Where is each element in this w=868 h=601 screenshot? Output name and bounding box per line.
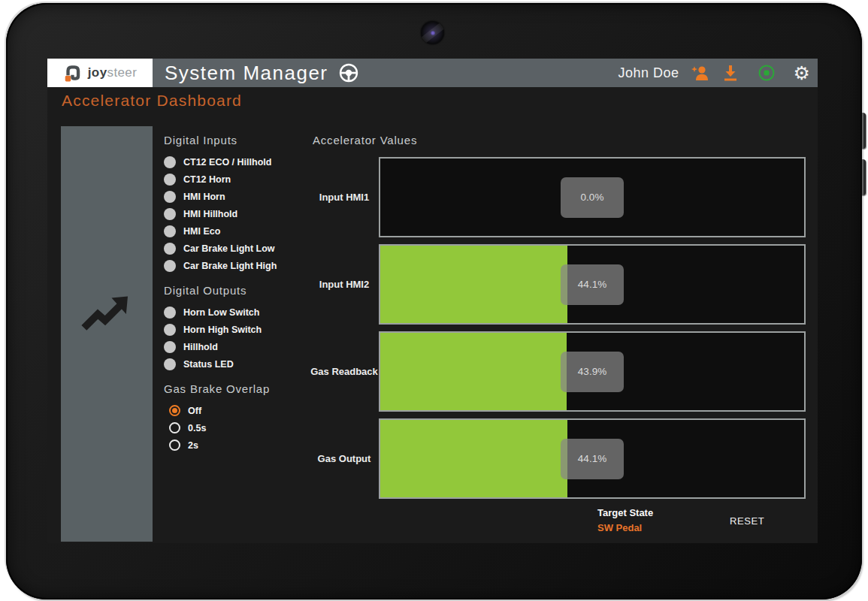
trending-up-icon: [80, 292, 133, 334]
app-screen: joysteer System Manager John Doe: [47, 59, 818, 543]
led-label: Car Brake Light High: [183, 261, 277, 271]
led-indicator: [164, 243, 176, 255]
digital-outputs-list: Horn Low SwitchHorn High SwitchHillholdS…: [164, 304, 310, 373]
led-indicator: [164, 324, 176, 336]
gas-brake-overlap-title: Gas Brake Overlap: [164, 382, 310, 395]
add-user-icon[interactable]: [689, 63, 710, 83]
led-label: CT12 Horn: [183, 174, 231, 185]
status-indicator-icon: [757, 63, 776, 83]
steering-wheel-icon: [337, 62, 360, 84]
settings-gear-icon[interactable]: ⚙: [794, 64, 810, 83]
download-icon[interactable]: [721, 63, 739, 83]
bar-fill: [380, 420, 567, 497]
front-camera: [421, 21, 444, 44]
sidebar-nav-dashboard[interactable]: [61, 126, 153, 542]
led-item: HMI Horn: [164, 188, 310, 205]
accelerator-bar-row: Input HMI244.1%: [313, 244, 806, 325]
led-indicator: [164, 358, 176, 370]
led-item: Horn High Switch: [164, 321, 310, 338]
led-item: Car Brake Light High: [164, 257, 310, 274]
bar-value-chip: 44.1%: [561, 439, 624, 479]
bar-track: 0.0%: [379, 157, 806, 237]
bar-value-chip: 44.1%: [561, 264, 624, 305]
led-indicator: [164, 208, 176, 220]
reset-button[interactable]: RESET: [724, 512, 770, 530]
joysteer-logo-icon: [63, 63, 83, 83]
bar-label: Gas Output: [313, 418, 379, 499]
radio-button[interactable]: [169, 405, 180, 416]
accelerator-values-title: Accelerator Values: [313, 134, 806, 146]
led-item: CT12 ECO / Hillhold: [164, 153, 310, 171]
led-item: Horn Low Switch: [164, 304, 310, 321]
led-item: Hillhold: [164, 338, 310, 355]
led-indicator: [164, 225, 176, 237]
led-indicator: [164, 341, 176, 353]
led-label: HMI Hillhold: [183, 209, 237, 219]
app-title-area: System Manager: [153, 59, 360, 87]
radio-button[interactable]: [169, 422, 180, 433]
led-item: HMI Eco: [164, 222, 310, 240]
led-item: CT12 Horn: [164, 171, 310, 188]
radio-label: 0.5s: [188, 423, 206, 433]
led-label: Car Brake Light Low: [183, 243, 275, 254]
led-label: Hillhold: [183, 342, 218, 352]
led-item: HMI Hillhold: [164, 205, 310, 222]
led-indicator: [164, 191, 176, 203]
header-actions: John Doe: [618, 59, 818, 87]
bar-label: Input HMI1: [313, 157, 379, 237]
page-title: Accelerator Dashboard: [62, 92, 242, 110]
led-label: Horn Low Switch: [183, 307, 259, 318]
radio-label: 2s: [188, 440, 198, 451]
led-item: Status LED: [164, 355, 310, 373]
radio-option[interactable]: 2s: [164, 436, 310, 454]
led-label: CT12 ECO / Hillhold: [183, 157, 271, 168]
app-title: System Manager: [165, 62, 328, 85]
brand-bold: joy: [88, 65, 107, 80]
user-name: John Doe: [618, 65, 679, 81]
radio-option[interactable]: Off: [164, 402, 310, 419]
led-indicator: [164, 156, 176, 168]
bar-value-chip: 0.0%: [561, 177, 624, 218]
digital-outputs-title: Digital Outputs: [164, 284, 310, 297]
led-item: Car Brake Light Low: [164, 240, 310, 257]
bar-track: 43.9%: [379, 331, 806, 412]
led-label: Horn High Switch: [183, 325, 262, 335]
led-label: HMI Horn: [183, 192, 225, 202]
brand-text: joysteer: [88, 65, 138, 80]
bar-label: Input HMI2: [313, 244, 379, 325]
accelerator-bar-row: Input HMI10.0%: [313, 157, 806, 237]
digital-inputs-title: Digital Inputs: [164, 134, 310, 146]
accelerator-bars: Input HMI10.0%Input HMI244.1%Gas Readbac…: [313, 157, 806, 499]
led-label: HMI Eco: [183, 226, 220, 237]
bar-value-chip: 43.9%: [561, 352, 624, 392]
accelerator-values-panel: Accelerator Values Input HMI10.0%Input H…: [313, 134, 806, 506]
target-state: Target State SW Pedal: [597, 507, 653, 533]
accelerator-bar-row: Gas Output44.1%: [313, 418, 806, 499]
led-label: Status LED: [183, 359, 234, 370]
accelerator-bar-row: Gas Readback43.9%: [313, 331, 806, 412]
bar-fill: [380, 246, 567, 323]
bar-track: 44.1%: [379, 244, 806, 325]
target-state-value: SW Pedal: [597, 522, 653, 533]
bar-fill: [380, 333, 567, 410]
gas-brake-overlap-group: Off0.5s2s: [164, 402, 310, 454]
radio-option[interactable]: 0.5s: [164, 419, 310, 436]
target-state-label: Target State: [597, 507, 653, 518]
radio-button[interactable]: [169, 439, 180, 451]
led-indicator: [164, 174, 176, 186]
digital-inputs-list: CT12 ECO / HillholdCT12 HornHMI HornHMI …: [164, 153, 310, 274]
tablet-frame: joysteer System Manager John Doe: [6, 3, 862, 599]
brand-light: steer: [107, 65, 137, 80]
controls-panel: Digital Inputs CT12 ECO / HillholdCT12 H…: [164, 134, 310, 454]
led-indicator: [164, 260, 176, 272]
app-header: joysteer System Manager John Doe: [47, 59, 818, 87]
page: joysteer System Manager John Doe: [0, 0, 868, 601]
led-indicator: [164, 307, 176, 319]
joysteer-logo: joysteer: [47, 59, 153, 87]
radio-label: Off: [188, 406, 201, 416]
bar-track: 44.1%: [379, 418, 806, 499]
bar-label: Gas Readback: [313, 331, 379, 412]
